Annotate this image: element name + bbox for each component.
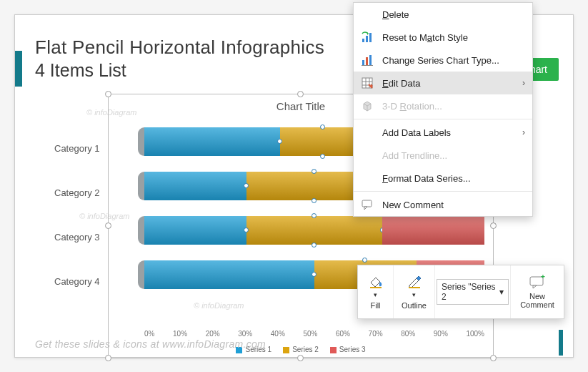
category-label: Category 4 [54, 259, 100, 303]
bar-segment-series-1[interactable] [144, 216, 246, 245]
series-selector[interactable]: Series "Series 2 ▾ [437, 279, 509, 305]
menu-separator [354, 191, 532, 192]
chart-icon [361, 54, 374, 67]
menu-item-comment[interactable]: New Comment [354, 193, 532, 216]
resize-handle[interactable] [297, 91, 304, 97]
menu-item-format[interactable]: Format Data Series... [354, 167, 532, 190]
menu-item-change-type[interactable]: Change Series Chart Type... [354, 49, 532, 72]
blank-icon [361, 172, 374, 185]
fill-dropdown[interactable]: ▾ Fill [358, 265, 394, 318]
series-select-handle[interactable] [244, 183, 249, 188]
mini-toolbar[interactable]: ▾ Fill ▾ Outline Series "Series 2 ▾ + Ne… [357, 265, 564, 319]
bar-segment-series-1[interactable] [144, 260, 314, 289]
svg-text:+: + [541, 275, 545, 280]
blank-icon [361, 8, 374, 21]
new-comment-label: New Comment [512, 292, 562, 309]
series-select-handle[interactable] [312, 272, 317, 277]
legend-item[interactable]: Series 3 [330, 346, 366, 353]
category-label: Category 3 [54, 215, 100, 259]
svg-rect-13 [370, 287, 382, 288]
series-selector-label: Series "Series 2 [442, 282, 497, 302]
resize-handle[interactable] [105, 222, 111, 229]
series-select-handle[interactable] [312, 198, 317, 203]
resize-handle[interactable] [105, 91, 111, 97]
menu-item-label: Change Series Chart Type... [382, 55, 499, 66]
resize-handle[interactable] [105, 355, 111, 361]
bar-row[interactable] [144, 216, 484, 245]
x-tick-label: 0% [144, 330, 154, 338]
x-tick-label: 100% [466, 330, 484, 338]
comment-icon [361, 198, 374, 211]
x-tick-label: 20% [206, 330, 220, 338]
x-axis-ticks: 0%10%20%30%40%50%60%70%80%90%100% [144, 330, 484, 338]
menu-item-label: Edit Data [382, 78, 420, 89]
x-tick-label: 90% [434, 330, 448, 338]
x-tick-label: 40% [271, 330, 285, 338]
series-select-handle[interactable] [312, 169, 317, 174]
svg-rect-5 [369, 55, 372, 65]
resize-handle[interactable] [297, 355, 304, 361]
menu-item-edit-data[interactable]: Edit Data› [354, 72, 532, 94]
pen-outline-icon [407, 274, 422, 288]
fill-label: Fill [370, 301, 380, 310]
x-tick-label: 60% [336, 330, 350, 338]
menu-item-trendline: Add Trendline... [354, 144, 532, 167]
category-label: Category 1 [54, 126, 100, 170]
resize-handle[interactable] [490, 222, 497, 229]
menu-item-label: Delete [382, 9, 409, 20]
svg-rect-3 [362, 60, 364, 65]
menu-separator [354, 119, 532, 119]
menu-item-label: New Comment [382, 200, 444, 210]
legend-label: Series 2 [292, 346, 319, 353]
svg-rect-1 [366, 36, 368, 42]
bar-segment-series-1[interactable] [144, 127, 280, 156]
category-label: Category 2 [54, 170, 100, 215]
x-tick-label: 70% [369, 330, 383, 338]
paint-bucket-icon [368, 274, 384, 288]
legend-label: Series 3 [339, 346, 366, 353]
menu-item-label: Reset to Match Style [382, 32, 468, 43]
outline-dropdown[interactable]: ▾ Outline [394, 265, 435, 318]
cube-icon [361, 99, 374, 112]
blank-icon [361, 126, 374, 139]
svg-rect-14 [409, 287, 420, 288]
outline-label: Outline [402, 301, 427, 310]
series-select-handle[interactable] [312, 213, 317, 218]
series-select-handle[interactable] [312, 243, 317, 248]
menu-item-rotation: 3-D Rotation... [354, 94, 532, 117]
series-select-handle[interactable] [320, 124, 325, 129]
bar-segment-series-2[interactable] [246, 216, 382, 245]
series-select-handle[interactable] [244, 227, 249, 232]
new-comment-button[interactable]: + New Comment [511, 265, 564, 318]
grid-icon [361, 77, 374, 89]
new-comment-icon: + [529, 275, 546, 289]
series-context-menu[interactable]: DeleteReset to Match StyleChange Series … [353, 2, 533, 217]
svg-rect-0 [362, 39, 364, 42]
svg-rect-4 [366, 57, 368, 65]
footer-text: Get these slides & icons at www.infoDiag… [35, 338, 266, 350]
legend-swatch [283, 347, 289, 353]
svg-rect-12 [362, 200, 372, 207]
legend-item[interactable]: Series 2 [283, 346, 319, 353]
slide-title: Flat Pencil Horizontal Infographics 4 It… [35, 36, 324, 81]
blank-icon [361, 149, 374, 162]
series-selector-cell[interactable]: Series "Series 2 ▾ [435, 265, 511, 318]
bar-segment-series-1[interactable] [144, 172, 246, 200]
submenu-chevron-icon: › [522, 78, 525, 88]
series-select-handle[interactable] [320, 154, 325, 159]
accent-bar [15, 51, 22, 87]
menu-item-reset[interactable]: Reset to Match Style [354, 26, 532, 49]
resize-handle[interactable] [490, 355, 497, 361]
svg-rect-6 [362, 65, 373, 66]
x-tick-label: 80% [401, 330, 415, 338]
menu-item-label: Add Trendline... [382, 150, 447, 161]
menu-item-label: Format Data Series... [382, 173, 471, 184]
x-tick-label: 10% [173, 330, 187, 338]
bar-segment-series-3[interactable] [382, 216, 484, 245]
chevron-down-icon: ▾ [499, 287, 504, 297]
reset-icon [361, 31, 374, 44]
menu-item-label: 3-D Rotation... [382, 101, 442, 112]
legend-swatch [330, 347, 337, 353]
menu-item-labels[interactable]: Add Data Labels› [354, 121, 532, 144]
menu-item-delete[interactable]: Delete [354, 3, 532, 26]
